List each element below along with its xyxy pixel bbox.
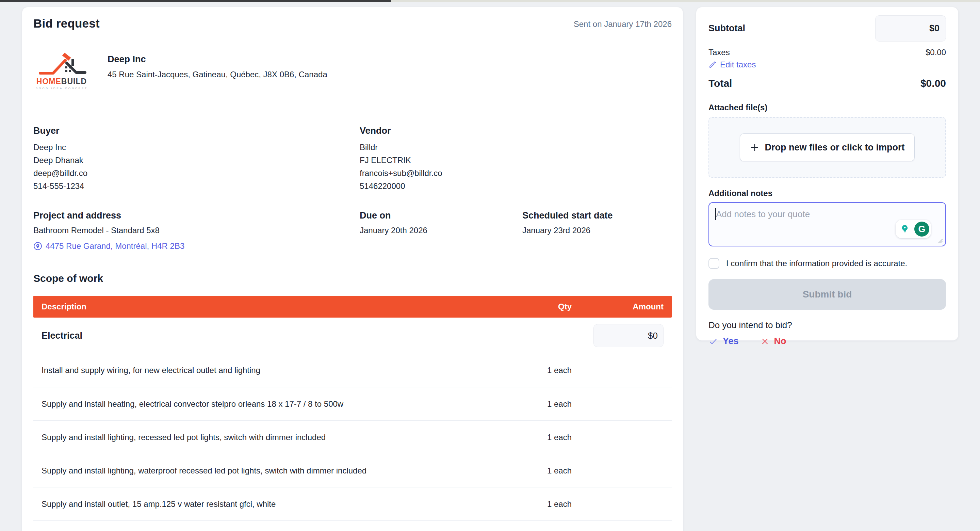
item-qty: 1 each bbox=[517, 499, 572, 509]
start-date-block: Scheduled start date January 23rd 2026 bbox=[522, 210, 672, 251]
item-description: Supply and install lighting, waterproof … bbox=[41, 466, 517, 475]
taxes-row: Taxes $0.00 bbox=[708, 48, 946, 57]
card-header: Bid request Sent on January 17th 2026 bbox=[33, 17, 672, 30]
import-files-label: Drop new files or click to import bbox=[765, 142, 904, 153]
item-qty: 1 each bbox=[517, 466, 572, 475]
resize-handle[interactable] bbox=[938, 238, 943, 244]
due-on-heading: Due on bbox=[360, 210, 522, 221]
confirm-checkbox[interactable] bbox=[708, 258, 719, 269]
vendor-block: Vendor Billdr FJ ELECTRIK francois+sub@b… bbox=[360, 126, 672, 193]
intend-question: Do you intend to bid? bbox=[708, 320, 946, 330]
grammarly-widget[interactable]: G bbox=[896, 220, 931, 238]
total-row: Total $0.00 bbox=[708, 78, 946, 89]
due-on-value: January 20th 2026 bbox=[360, 226, 522, 235]
confirmation-row: I confirm that the information provided … bbox=[708, 258, 946, 269]
group-label: Electrical bbox=[41, 330, 517, 341]
confirm-label: I confirm that the information provided … bbox=[726, 259, 907, 268]
total-value: $0.00 bbox=[920, 78, 946, 89]
item-description: Install and supply wiring, for new elect… bbox=[41, 365, 517, 375]
vendor-email: francois+sub@billdr.co bbox=[360, 167, 672, 180]
homebuild-logo-image: HOMEBUILD GOOD IDEA CONCEPT bbox=[36, 51, 87, 92]
subtotal-input[interactable] bbox=[875, 15, 946, 41]
attached-files-heading: Attached file(s) bbox=[708, 103, 946, 112]
import-files-button[interactable]: Drop new files or click to import bbox=[740, 134, 914, 161]
project-address-link[interactable]: 4475 Rue Garand, Montréal, H4R 2B3 bbox=[33, 241, 360, 251]
buyer-phone: 514-555-1234 bbox=[33, 180, 360, 193]
start-date-heading: Scheduled start date bbox=[522, 210, 672, 221]
scope-item-row: Supply and install lighting, recessed le… bbox=[33, 420, 672, 454]
scope-item-row: Supply and install heating, electrical c… bbox=[33, 387, 672, 420]
company-address: 45 Rue Saint-Jacques, Gatineau, Québec, … bbox=[108, 70, 327, 79]
group-amount-input[interactable] bbox=[593, 324, 663, 347]
company-name: Deep Inc bbox=[108, 54, 327, 65]
intend-no-label: No bbox=[774, 336, 786, 346]
item-qty: 1 each bbox=[517, 399, 572, 409]
col-amount: Amount bbox=[572, 302, 663, 311]
taxes-label: Taxes bbox=[708, 48, 730, 57]
project-name: Bathroom Remodel - Standard 5x8 bbox=[33, 226, 360, 235]
subtotal-label: Subtotal bbox=[708, 23, 745, 34]
check-icon bbox=[708, 336, 718, 346]
project-address-text: 4475 Rue Garand, Montréal, H4R 2B3 bbox=[46, 241, 185, 251]
item-description: Supply and install lighting, recessed le… bbox=[41, 433, 517, 442]
x-icon bbox=[760, 337, 769, 346]
project-block: Project and address Bathroom Remodel - S… bbox=[33, 210, 360, 251]
suggestion-bulb-icon[interactable] bbox=[897, 222, 912, 236]
bid-request-card: Bid request Sent on January 17th 2026 HO… bbox=[22, 7, 683, 531]
buyer-company: Deep Inc bbox=[33, 141, 360, 154]
scope-of-work-table: Description Qty Amount Electrical Instal… bbox=[33, 296, 672, 531]
item-qty: 1 each bbox=[517, 365, 572, 375]
additional-notes-heading: Additional notes bbox=[708, 188, 946, 198]
item-description: Supply and install heating, electrical c… bbox=[41, 399, 517, 409]
plus-icon bbox=[749, 142, 760, 153]
group-row-electrical: Electrical bbox=[33, 317, 672, 354]
taxes-value: $0.00 bbox=[926, 48, 946, 57]
homebuild-logo: HOMEBUILD GOOD IDEA CONCEPT bbox=[36, 51, 87, 93]
intend-yes-option[interactable]: Yes bbox=[708, 336, 739, 346]
edit-taxes-link[interactable]: Edit taxes bbox=[708, 60, 756, 69]
pencil-icon bbox=[708, 61, 717, 69]
vendor-phone: 5146220000 bbox=[360, 180, 672, 193]
grammarly-icon[interactable]: G bbox=[914, 222, 929, 236]
item-qty: 1 each bbox=[517, 433, 572, 442]
scope-item-row: Supply and install lighting, waterproof … bbox=[33, 454, 672, 487]
col-qty: Qty bbox=[517, 302, 572, 311]
file-dropzone[interactable]: Drop new files or click to import bbox=[708, 117, 946, 178]
scope-item-row: Supply and install thermostat, non progr… bbox=[33, 520, 672, 531]
notes-placeholder: Add notes to your quote bbox=[716, 209, 810, 219]
vendor-company: Billdr bbox=[360, 141, 672, 154]
sent-on-date: Sent on January 17th 2026 bbox=[574, 19, 672, 30]
buyer-block: Buyer Deep Inc Deep Dhanak deep@billdr.c… bbox=[33, 126, 360, 193]
notes-textarea[interactable]: Add notes to your quote G bbox=[708, 202, 946, 246]
subtotal-row: Subtotal bbox=[708, 15, 946, 41]
submit-bid-button[interactable]: Submit bid bbox=[708, 279, 946, 310]
top-edge-strip bbox=[0, 0, 980, 2]
col-description: Description bbox=[41, 302, 517, 311]
start-date-value: January 23rd 2026 bbox=[522, 226, 672, 235]
company-block: HOMEBUILD GOOD IDEA CONCEPT Deep Inc 45 … bbox=[33, 51, 672, 93]
total-label: Total bbox=[708, 78, 732, 89]
due-on-block: Due on January 20th 2026 bbox=[360, 210, 522, 251]
intend-no-option[interactable]: No bbox=[760, 336, 786, 346]
buyer-contact: Deep Dhanak bbox=[33, 154, 360, 167]
scope-item-row: Supply and install outlet, 15 amp.125 v … bbox=[33, 487, 672, 520]
scope-item-row: Install and supply wiring, for new elect… bbox=[33, 354, 672, 387]
vendor-heading: Vendor bbox=[360, 126, 672, 136]
bid-summary-panel: Subtotal Taxes $0.00 Edit taxes Total $0… bbox=[696, 7, 959, 341]
table-header: Description Qty Amount bbox=[33, 296, 672, 317]
item-description: Supply and install outlet, 15 amp.125 v … bbox=[41, 499, 517, 509]
scope-of-work-heading: Scope of work bbox=[33, 273, 672, 284]
project-heading: Project and address bbox=[33, 210, 360, 221]
intend-yes-label: Yes bbox=[723, 336, 739, 346]
page-title: Bid request bbox=[33, 17, 100, 30]
buyer-heading: Buyer bbox=[33, 126, 360, 136]
edit-taxes-label: Edit taxes bbox=[720, 60, 756, 69]
svg-text:GOOD IDEA CONCEPT: GOOD IDEA CONCEPT bbox=[36, 87, 87, 90]
buyer-email: deep@billdr.co bbox=[33, 167, 360, 180]
svg-text:HOMEBUILD: HOMEBUILD bbox=[37, 77, 87, 86]
location-pin-icon bbox=[33, 242, 42, 250]
vendor-contact: FJ ELECTRIK bbox=[360, 154, 672, 167]
